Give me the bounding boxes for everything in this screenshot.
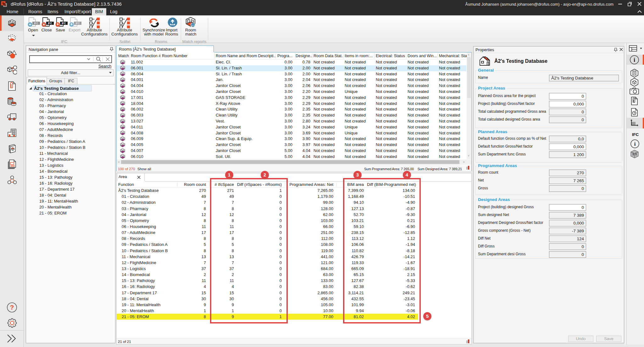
- svg-text:IFC: IFC: [62, 22, 66, 25]
- svg-text:1:1: 1:1: [191, 24, 194, 26]
- svg-text:i: i: [634, 57, 635, 63]
- svg-text:IFC: IFC: [75, 22, 80, 25]
- svg-text:?: ?: [10, 304, 14, 311]
- svg-text:IFC: IFC: [48, 22, 52, 25]
- svg-text:1:1: 1:1: [632, 152, 637, 156]
- svg-text:i: i: [634, 141, 636, 147]
- svg-text:IFC: IFC: [34, 22, 38, 25]
